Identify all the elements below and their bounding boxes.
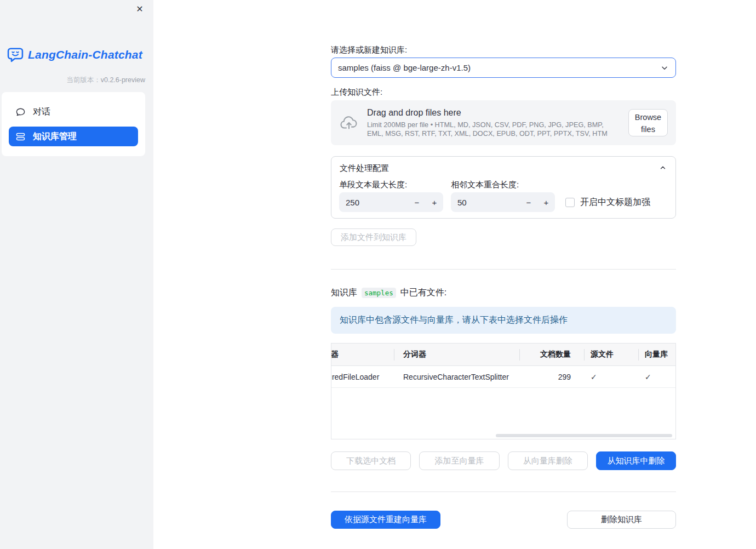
chevron-up-icon[interactable] bbox=[659, 164, 667, 171]
version-value: v0.2.6-preview bbox=[101, 76, 145, 84]
kb-select[interactable]: samples (faiss @ bge-large-zh-v1.5) bbox=[331, 58, 676, 78]
overlap-size-input[interactable]: 50 − + bbox=[451, 192, 555, 212]
logo-chat-bubble-icon bbox=[7, 47, 24, 62]
delete-from-kb-button[interactable]: 从知识库中删除 bbox=[596, 451, 676, 470]
check-icon: ✓ bbox=[591, 373, 597, 381]
chunk-size-value: 250 bbox=[339, 198, 408, 207]
sidebar: ✕ LangChain-Chatchat 当前版本：v0.2.6-preview… bbox=[0, 0, 153, 549]
kb-files-suffix: 中已有文件: bbox=[400, 287, 446, 299]
dropzone-title: Drag and drop files here bbox=[367, 108, 620, 118]
divider bbox=[331, 491, 676, 492]
chunk-plus-button[interactable]: + bbox=[426, 192, 443, 212]
files-table[interactable]: 文档加载器 分词器 文档数量 源文件 向量库 UnstructuredFileL… bbox=[331, 343, 676, 439]
table-header-row: 文档加载器 分词器 文档数量 源文件 向量库 bbox=[331, 344, 675, 366]
divider bbox=[331, 269, 676, 270]
header-splitter: 分词器 bbox=[394, 344, 519, 365]
version-label: 当前版本： bbox=[66, 76, 101, 84]
cell-vector-store: ✓ bbox=[638, 366, 675, 387]
chunk-size-input[interactable]: 250 − + bbox=[339, 192, 443, 212]
delete-from-vector-store-button[interactable]: 从向量库删除 bbox=[508, 451, 588, 470]
info-alert-text: 知识库中包含源文件与向量库，请从下表中选择文件后操作 bbox=[340, 314, 568, 326]
overlap-plus-button[interactable]: + bbox=[537, 192, 555, 212]
app-page: ✕ LangChain-Chatchat 当前版本：v0.2.6-preview… bbox=[0, 0, 756, 549]
table-horizontal-scrollbar[interactable] bbox=[496, 434, 672, 437]
rebuild-vector-store-button[interactable]: 依据源文件重建向量库 bbox=[331, 511, 440, 529]
header-source-file: 源文件 bbox=[584, 344, 638, 365]
cell-source-file: ✓ bbox=[584, 366, 638, 387]
kb-files-prefix: 知识库 bbox=[331, 287, 357, 299]
header-loader: 文档加载器 bbox=[331, 344, 394, 365]
chevron-down-icon bbox=[660, 64, 669, 72]
zh-title-checkbox[interactable] bbox=[565, 198, 575, 207]
kb-select-label: 请选择或新建知识库: bbox=[331, 45, 407, 55]
kb-select-value: samples (faiss @ bge-large-zh-v1.5) bbox=[338, 63, 471, 72]
upload-label: 上传知识文件: bbox=[331, 87, 382, 98]
header-vector-store: 向量库 bbox=[638, 344, 675, 365]
cell-splitter: RecursiveCharacterTextSplitter bbox=[394, 366, 519, 387]
zh-title-checkbox-row: 开启中文标题加强 bbox=[565, 192, 650, 212]
browse-files-button[interactable]: Browse files bbox=[628, 109, 668, 136]
delete-kb-button[interactable]: 删除知识库 bbox=[567, 511, 676, 529]
version-text: 当前版本：v0.2.6-preview bbox=[66, 76, 145, 85]
add-to-vector-store-button[interactable]: 添加至向量库 bbox=[419, 451, 499, 470]
main-content: 请选择或新建知识库: samples (faiss @ bge-large-zh… bbox=[331, 0, 676, 549]
info-alert: 知识库中包含源文件与向量库，请从下表中选择文件后操作 bbox=[331, 307, 676, 334]
overlap-size-label: 相邻文本重合长度: bbox=[451, 180, 519, 190]
cell-doc-count: 299 bbox=[519, 366, 584, 387]
chunk-size-label: 单段文本最大长度: bbox=[339, 180, 407, 190]
file-dropzone[interactable]: Drag and drop files here Limit 200MB per… bbox=[331, 100, 676, 145]
expander-title[interactable]: 文件处理配置 bbox=[340, 163, 389, 174]
dropzone-limit: Limit 200MB per file • HTML, MD, JSON, C… bbox=[367, 121, 620, 138]
kb-name-code: samples bbox=[362, 288, 396, 298]
sidebar-item-label: 知识库管理 bbox=[33, 131, 77, 142]
dropzone-text: Drag and drop files here Limit 200MB per… bbox=[367, 108, 620, 138]
sidebar-item-dialogue[interactable]: 对话 bbox=[9, 102, 138, 122]
zh-title-checkbox-label: 开启中文标题加强 bbox=[580, 197, 650, 208]
file-action-buttons: 下载选中文档 添加至向量库 从向量库删除 从知识库中删除 bbox=[331, 451, 676, 470]
cloud-upload-icon bbox=[339, 115, 359, 131]
download-selected-button[interactable]: 下载选中文档 bbox=[331, 451, 411, 470]
kb-files-heading: 知识库 samples 中已有文件: bbox=[331, 287, 446, 299]
app-logo: LangChain-Chatchat bbox=[7, 47, 142, 62]
table-row[interactable]: UnstructuredFileLoader RecursiveCharacte… bbox=[331, 366, 675, 388]
knowledge-base-icon bbox=[15, 131, 26, 142]
sidebar-menu: 对话 知识库管理 bbox=[2, 92, 145, 156]
sidebar-close-icon[interactable]: ✕ bbox=[134, 3, 146, 15]
overlap-size-value: 50 bbox=[451, 198, 520, 207]
logo-text: LangChain-Chatchat bbox=[28, 48, 142, 61]
sidebar-item-label: 对话 bbox=[33, 106, 50, 118]
check-icon: ✓ bbox=[645, 373, 651, 381]
header-doc-count: 文档数量 bbox=[519, 344, 584, 365]
chunk-minus-button[interactable]: − bbox=[408, 192, 426, 212]
add-files-button[interactable]: 添加文件到知识库 bbox=[331, 228, 416, 246]
chat-bubble-icon bbox=[15, 107, 26, 117]
sidebar-item-knowledge-base[interactable]: 知识库管理 bbox=[9, 127, 138, 146]
overlap-minus-button[interactable]: − bbox=[520, 192, 537, 212]
file-config-expander: 文件处理配置 单段文本最大长度: 250 − + 相邻文本重合长度: 50 − … bbox=[331, 156, 676, 219]
cell-loader: UnstructuredFileLoader bbox=[331, 366, 394, 387]
